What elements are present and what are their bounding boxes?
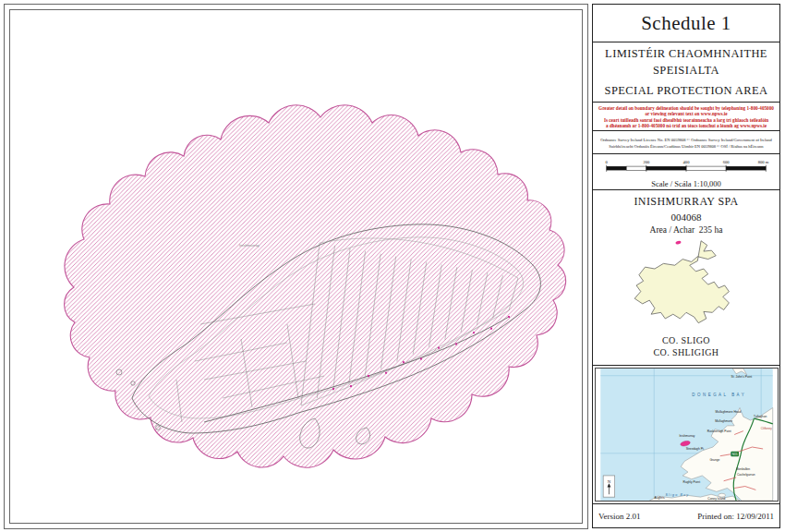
designation-english: SPECIAL PROTECTION AREA: [605, 82, 768, 99]
schedule-header: Schedule 1: [593, 5, 779, 42]
svg-text:N15: N15: [731, 453, 737, 456]
north-compass-icon: N: [603, 476, 615, 497]
svg-text:Mullaghmore: Mullaghmore: [715, 419, 732, 423]
svg-text:Cliffoney: Cliffoney: [760, 427, 771, 430]
designation-box: LIMISTÉIR CHAOMHNAITHE SPEISIALTA SPECIA…: [593, 42, 779, 103]
svg-text:Streedagh Pt.: Streedagh Pt.: [685, 447, 704, 451]
site-info-box: INISHMURRAY SPA 004068 Area / Achar 235 …: [593, 190, 779, 366]
island-label: Inishmurray: [239, 243, 260, 248]
svg-text:Aughris: Aughris: [654, 496, 664, 500]
schedule-map-page: { "colors": { "hatch": "#d884b5", "bound…: [0, 0, 785, 532]
scale-bar: 0 200 400 600 800 m: [599, 158, 773, 178]
svg-text:N: N: [607, 479, 610, 484]
main-map-panel: Inishmurray: [4, 4, 588, 529]
county-irish: CO. SHLIGIGH: [654, 346, 719, 358]
county-sligo-outline: [634, 241, 729, 323]
location-map-box: N15 St. John's Point DONEGAL BAY Mullagh…: [593, 366, 779, 504]
boundary-notice-box: Greater detail on boundary delineation s…: [593, 103, 779, 131]
scale-bar-segments: [607, 164, 767, 171]
right-panel: Schedule 1 LIMISTÉIR CHAOMHNAITHE SPEISI…: [592, 4, 780, 528]
svg-text:Inishmurray: Inishmurray: [679, 434, 694, 438]
svg-text:Grange: Grange: [709, 458, 719, 462]
notice-line4: a dhéanamh ar 1-800-405000 nó tríd an té…: [606, 123, 767, 128]
designation-irish-line2: SPEISIALTA: [653, 62, 719, 79]
road-badge-n15: N15: [731, 452, 739, 456]
svg-text:Tullaghan: Tullaghan: [754, 415, 767, 418]
svg-text:Sligo Bay: Sligo Bay: [665, 493, 689, 497]
location-map: N15 St. John's Point DONEGAL BAY Mullagh…: [595, 368, 779, 502]
svg-text:DONEGAL BAY: DONEGAL BAY: [692, 393, 746, 397]
main-map-frame: Inishmurray: [9, 9, 583, 524]
footer: Version 2.01 Printed on: 12/09/2011: [593, 504, 779, 527]
scale-tick-800: 800 m: [758, 160, 769, 164]
osi-line1: Ordnance Survey Ireland Licence No. EN 0…: [600, 138, 772, 142]
osi-credits-box: Ordnance Survey Ireland Licence No. EN 0…: [593, 131, 779, 154]
boundary-notice: Greater detail on boundary delineation s…: [593, 103, 779, 130]
notice-line2: or viewing relevant text on www.npws.ie: [646, 111, 729, 116]
osi-line2: Suirbhéireacht Ordanáis Éireann/Ceadúnas…: [609, 144, 764, 149]
svg-text:Raghly Point: Raghly Point: [682, 480, 700, 484]
schedule-title: Schedule 1: [641, 12, 731, 35]
svg-text:Cashelgarran: Cashelgarran: [736, 473, 755, 477]
spa-boundary-cloud: [65, 105, 566, 467]
printed-on-label: Printed on: 12/09/2011: [697, 512, 774, 521]
version-label: Version 2.01: [598, 512, 641, 521]
site-name: INISHMURRAY SPA: [634, 195, 738, 209]
scale-tick-400: 400: [683, 160, 691, 164]
county-english: CO. SLIGO: [662, 334, 710, 346]
site-code: 004068: [671, 212, 702, 223]
svg-text:Roskeeragh Point: Roskeeragh Point: [706, 429, 731, 433]
site-location-marker: [675, 240, 682, 245]
designation-irish-line1: LIMISTÉIR CHAOMHNAITHE: [605, 45, 767, 62]
scale-tick-200: 200: [643, 160, 650, 164]
osi-credits: Ordnance Survey Ireland Licence No. EN 0…: [593, 131, 779, 153]
scale-tick-600: 600: [723, 160, 731, 164]
svg-text:Mullaghmore Head: Mullaghmore Head: [715, 410, 741, 414]
svg-text:Coney Island: Coney Island: [707, 497, 725, 501]
county-inset-map: [617, 236, 755, 334]
scale-tick-0: 0: [606, 160, 609, 164]
svg-text:St. John's Point: St. John's Point: [731, 375, 752, 379]
main-map: Inishmurray: [10, 10, 582, 523]
svg-text:Benbulbin: Benbulbin: [736, 467, 750, 471]
scalebar-box: 0 200 400 600 800 m Scale / Scála 1:10,0…: [593, 154, 779, 190]
site-area: Area / Achar 235 ha: [650, 225, 723, 235]
scale-caption: Scale / Scála 1:10,000: [651, 179, 721, 188]
